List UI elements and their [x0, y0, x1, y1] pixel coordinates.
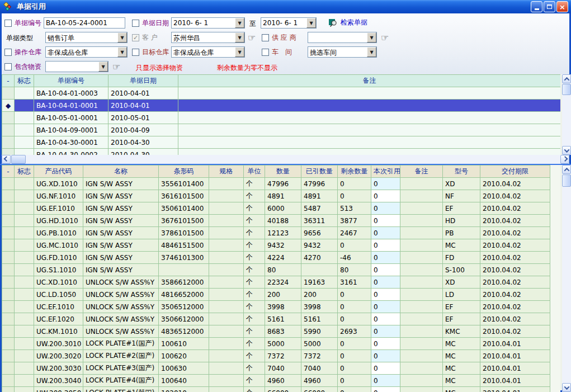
product-row[interactable]: UG.EF.1010IGN S/W ASSY3506101400个6000548…	[2, 202, 550, 215]
date-to-select[interactable]: 2010- 6- 1 ▼	[261, 17, 317, 29]
scroll-up-button[interactable]	[562, 165, 571, 174]
product-row[interactable]: UC.KM.1010UNLOCK S/W ASS%Y4836512000个868…	[2, 325, 550, 338]
product-row[interactable]: UG.FD.1010IGN S/W ASSY3746101300个4224427…	[2, 252, 550, 264]
current-use-cell[interactable]: 0	[371, 289, 400, 301]
chevron-down-icon[interactable]: ▼	[117, 32, 127, 42]
minimize-button[interactable]	[531, 1, 542, 12]
doc-no-input[interactable]	[44, 17, 125, 29]
product-row[interactable]: UG.XD.1010IGN S/W ASSY3556101400个4799647…	[2, 178, 550, 190]
customer-select[interactable]: 苏州华昌 ▼	[171, 32, 245, 43]
current-use-cell[interactable]: 0	[371, 375, 400, 387]
chevron-down-icon[interactable]: ▼	[367, 32, 376, 42]
product-row[interactable]: UC.EF.1010UNLOCK S/W ASS%Y3506512000个399…	[2, 301, 550, 313]
products-vertical-scrollbar[interactable]	[562, 165, 571, 392]
unit-cell: 个	[244, 252, 265, 264]
documents-horizontal-scrollbar[interactable]	[2, 155, 569, 164]
workshop-checkbox[interactable]	[262, 49, 269, 56]
current-use-cell[interactable]: 0	[371, 252, 400, 264]
doc-type-select[interactable]: 销售订单 ▼	[45, 32, 128, 43]
customer-checkbox[interactable]	[132, 34, 139, 41]
document-row[interactable]: BA-10-04-09-00012010-04-09	[2, 124, 561, 136]
close-button[interactable]: ×	[556, 1, 568, 12]
hand-pointer-icon[interactable]: ☞	[381, 34, 389, 42]
product-row[interactable]: UC.LD.1050UNLOCK S/W ASS%Y4816652000个200…	[2, 289, 550, 301]
scrollbar-thumb[interactable]	[562, 174, 571, 187]
remaining-qty-cell: 0	[338, 289, 371, 301]
doc-no-checkbox[interactable]	[4, 20, 12, 27]
hand-pointer-icon[interactable]: ☞	[112, 63, 120, 72]
product-row[interactable]: UW.200.3050LOCK PLATE#1(韩国)102010个660006…	[2, 387, 550, 392]
current-use-cell[interactable]: 0	[371, 178, 400, 190]
scroll-left-button[interactable]	[2, 155, 11, 164]
current-use-cell[interactable]: 0	[371, 362, 400, 375]
supplier-checkbox[interactable]	[262, 34, 269, 41]
documents-vertical-scrollbar[interactable]	[562, 74, 571, 155]
doc-date-checkbox[interactable]	[132, 20, 139, 27]
current-use-cell[interactable]: 0	[371, 313, 400, 325]
column-header: 本次引用	[371, 166, 400, 178]
doc-date-cell: 2010-04-30	[108, 136, 178, 149]
maximize-button[interactable]	[544, 1, 555, 12]
chevron-down-icon[interactable]: ▼	[306, 18, 316, 28]
product-row[interactable]: UG.S1.1010IGN S/W ASSY个80800S-1002010.04…	[2, 264, 550, 276]
product-row[interactable]: UW.200.3040LOCK PLATE#4(国产)100640个496049…	[2, 375, 550, 387]
current-use-cell[interactable]: 0	[371, 276, 400, 289]
products-table: -标志产品代码名称条形码规格单位数量已引数量剩余数量本次引用备注型号交付期限 U…	[2, 165, 560, 392]
current-use-cell[interactable]: 0	[371, 350, 400, 362]
chevron-down-icon[interactable]: ▼	[367, 47, 376, 57]
product-row[interactable]: UG.MC.1010IGN S/W ASSY4846151500个9432943…	[2, 239, 550, 252]
current-use-cell[interactable]: 0	[371, 239, 400, 252]
chevron-up-icon	[564, 77, 569, 82]
target-warehouse-select[interactable]: 非保成品仓库 ▼	[171, 46, 245, 58]
current-use-cell[interactable]: 0	[371, 301, 400, 313]
document-row[interactable]: BA-10-04-30-00012010-04-30	[2, 136, 561, 149]
hand-pointer-icon[interactable]: ☞	[248, 34, 256, 42]
scrollbar-thumb[interactable]	[11, 155, 26, 164]
product-row[interactable]: UC.EF.1020UNLOCK S/W ASS%Y3506612000个516…	[2, 313, 550, 325]
spec-cell	[209, 190, 244, 202]
include-material-checkbox[interactable]	[4, 63, 12, 70]
document-row[interactable]: ◆BA-10-04-01-00012010-04-01	[2, 100, 561, 112]
date-from-select[interactable]: 2010- 6- 1 ▼	[171, 17, 245, 29]
scroll-right-button[interactable]	[560, 155, 569, 164]
scroll-down-button[interactable]	[562, 146, 571, 155]
document-row[interactable]: BA-10-04-30-00022010-04-30	[2, 149, 561, 155]
current-use-cell[interactable]: 0	[371, 325, 400, 338]
supplier-select[interactable]: ▼	[308, 32, 377, 43]
product-row[interactable]: UW.200.3030LOCK PLATE#3(国产)100630个704070…	[2, 362, 550, 375]
target-warehouse-checkbox[interactable]	[132, 49, 139, 56]
current-use-cell[interactable]: 0	[371, 202, 400, 215]
search-documents-button[interactable]: 检索单据	[329, 18, 367, 27]
current-use-cell[interactable]: 0	[371, 227, 400, 239]
op-warehouse-checkbox[interactable]	[4, 49, 12, 56]
workshop-select[interactable]: 挑选车间 ▼	[308, 46, 377, 58]
scroll-up-button[interactable]	[562, 74, 571, 83]
document-row[interactable]: BA-10-04-01-00032010-04-01	[2, 87, 561, 100]
current-use-cell[interactable]: 0	[371, 264, 400, 276]
product-row[interactable]: UW.200.3010LOCK PLATE#1(国产)100610个500050…	[2, 338, 550, 350]
current-use-cell[interactable]: 0	[371, 338, 400, 350]
model-cell: HD	[443, 215, 480, 227]
products-table-header-row: -标志产品代码名称条形码规格单位数量已引数量剩余数量本次引用备注型号交付期限	[2, 166, 550, 178]
column-header: -	[2, 166, 15, 178]
op-warehouse-select[interactable]: 非保成品仓库 ▼	[45, 46, 128, 58]
chevron-down-icon[interactable]: ▼	[98, 62, 108, 72]
current-use-cell[interactable]: 0	[371, 190, 400, 202]
product-row[interactable]: UC.XD.1010UNLOCK S/W ASS%Y3586612000个223…	[2, 276, 550, 289]
include-material-select[interactable]: ▼	[45, 61, 108, 72]
chevron-down-icon[interactable]: ▼	[235, 18, 244, 28]
product-row[interactable]: UG.NF.1010IGN S/W ASSY3616101500个4891489…	[2, 190, 550, 202]
current-use-cell[interactable]: 0	[371, 387, 400, 392]
scroll-down-button[interactable]	[562, 383, 571, 392]
product-row[interactable]: UG.HD.1010IGN S/W ASSY3676101500个4018836…	[2, 215, 550, 227]
chevron-down-icon[interactable]: ▼	[235, 47, 244, 57]
product-row[interactable]: UG.PB.1010IGN S/W ASSY3786101500个1212396…	[2, 227, 550, 239]
chevron-down-icon[interactable]: ▼	[117, 47, 127, 57]
product-row[interactable]: UW.200.3020LOCK PLATE#2(国产)100620个737273…	[2, 350, 550, 362]
current-use-cell[interactable]: 0	[371, 215, 400, 227]
scrollbar-thumb[interactable]	[562, 84, 571, 95]
product-code-cell: UG.S1.1010	[34, 264, 83, 276]
barcode-cell: 3506101400	[159, 202, 209, 215]
chevron-down-icon[interactable]: ▼	[235, 32, 244, 42]
document-row[interactable]: BA-10-05-01-00012010-05-01	[2, 112, 561, 124]
